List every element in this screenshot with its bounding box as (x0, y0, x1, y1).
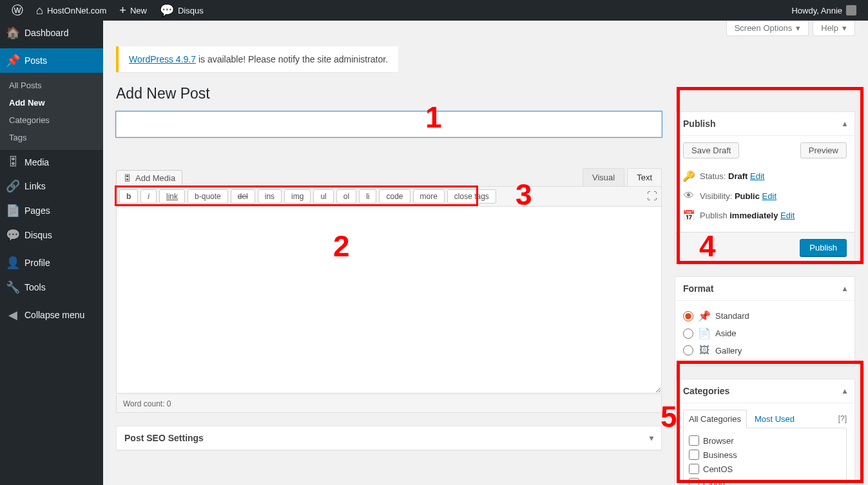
quicktags-toolbar: b i link b-quote del ins img ul ol li co… (116, 186, 662, 207)
schedule-row: 📅 Publish immediately Edit (683, 205, 847, 225)
edit-status-link[interactable]: Edit (750, 171, 764, 181)
submenu-categories[interactable]: Categories (0, 111, 103, 129)
menu-pages[interactable]: 📄Pages (0, 198, 103, 223)
disqus-link[interactable]: 💬Disqus (155, 0, 209, 21)
menu-profile[interactable]: 👤Profile (0, 251, 103, 275)
admin-bar: ⓦ ⌂HostOnNet.com +New 💬Disqus Howdy, Ann… (0, 0, 868, 21)
page-icon: 📄 (6, 204, 19, 218)
menu-posts[interactable]: 📌Posts (0, 48, 103, 73)
update-link[interactable]: WordPress 4.9.7 (129, 54, 196, 64)
qt-bquote[interactable]: b-quote (188, 189, 228, 204)
qt-img[interactable]: img (284, 189, 311, 204)
collapse-menu[interactable]: ◀Collapse menu (0, 303, 103, 327)
tools-icon: 🔧 (6, 280, 19, 294)
publish-box-header[interactable]: Publish▴ (675, 112, 854, 136)
site-name-link[interactable]: ⌂HostOnNet.com (31, 0, 111, 21)
update-nag: WordPress 4.9.7 is available! Please not… (116, 46, 398, 72)
publish-box: Publish▴ Save Draft Preview 🔑 Status: Dr… (675, 111, 855, 263)
chevron-down-icon: ▾ (842, 23, 847, 33)
title-wrap (116, 111, 662, 137)
chevron-up-icon[interactable]: ▴ (843, 119, 847, 128)
wp-logo[interactable]: ⓦ (6, 0, 28, 21)
fullscreen-icon[interactable]: ⛶ (647, 191, 657, 202)
qt-more[interactable]: more (413, 189, 445, 204)
qt-li[interactable]: li (359, 189, 376, 204)
my-account-link[interactable]: Howdy, Annie (786, 0, 862, 21)
page-title: Add New Post (116, 85, 855, 102)
screen-options-toggle[interactable]: Screen Options▾ (726, 21, 809, 36)
categories-box-header[interactable]: Categories▴ (675, 379, 854, 403)
qt-close-tags[interactable]: close tags (447, 189, 496, 204)
site-name-label: HostOnNet.com (47, 6, 106, 15)
format-box: Format▴ 📌Standard 📄Aside 🖼Gallery (675, 276, 855, 366)
visibility-row: 👁 Visibility: Public Edit (683, 186, 847, 205)
key-icon: 🔑 (683, 170, 695, 182)
plus-icon: + (119, 4, 126, 17)
wordpress-icon: ⓦ (12, 3, 23, 18)
qt-bold[interactable]: b (119, 189, 138, 204)
submenu-add-new[interactable]: Add New (0, 94, 103, 111)
tab-text[interactable]: Text (627, 168, 662, 186)
chevron-up-icon[interactable]: ▴ (843, 386, 847, 395)
tab-all-categories[interactable]: All Categories (683, 410, 747, 428)
tab-visual[interactable]: Visual (583, 168, 624, 186)
category-item[interactable]: Browser (689, 433, 841, 448)
post-title-input[interactable] (116, 111, 662, 137)
gallery-icon: 🖼 (699, 345, 710, 356)
category-item[interactable]: Business (689, 448, 841, 462)
help-toggle[interactable]: Help▾ (813, 21, 855, 36)
menu-media[interactable]: 🎛Media (0, 150, 103, 174)
submenu-tags[interactable]: Tags (0, 129, 103, 146)
comment-icon: 💬 (160, 3, 174, 17)
category-checklist[interactable]: Browser Business CentOS Cloud (683, 428, 847, 485)
media-icon: 🎛 (123, 173, 131, 183)
edit-schedule-link[interactable]: Edit (780, 211, 795, 220)
new-content-link[interactable]: +New (114, 0, 152, 21)
word-count-bar: Word count: 0 (116, 395, 662, 413)
menu-tools[interactable]: 🔧Tools (0, 275, 103, 300)
collapse-icon: ◀ (6, 308, 19, 322)
chevron-up-icon[interactable]: ▴ (843, 284, 847, 293)
save-draft-button[interactable]: Save Draft (683, 142, 739, 158)
tab-most-used[interactable]: Most Used (749, 410, 800, 428)
calendar-icon: 📅 (683, 209, 695, 222)
qt-link[interactable]: link (159, 189, 185, 204)
comment-icon: 💬 (6, 228, 19, 242)
pin-icon: 📌 (6, 53, 19, 68)
publish-button[interactable]: Publish (800, 239, 847, 256)
disqus-label: Disqus (178, 6, 204, 15)
categories-box: Categories▴ All Categories Most Used [?]… (675, 379, 855, 485)
menu-dashboard[interactable]: 🏠Dashboard (0, 21, 103, 45)
qt-del[interactable]: del (231, 189, 255, 204)
chevron-down-icon: ▾ (796, 23, 800, 33)
format-standard[interactable]: 📌Standard (683, 307, 847, 325)
pin-icon: 📌 (699, 310, 710, 322)
menu-disqus[interactable]: 💬Disqus (0, 223, 103, 247)
document-icon: 📄 (699, 327, 710, 339)
format-gallery[interactable]: 🖼Gallery (683, 342, 847, 359)
format-box-header[interactable]: Format▴ (675, 277, 854, 301)
submenu-all-posts[interactable]: All Posts (0, 77, 103, 94)
categories-help[interactable]: [?] (838, 414, 847, 423)
admin-sidebar: 🏠Dashboard 📌Posts All Posts Add New Cate… (0, 21, 103, 485)
category-item[interactable]: CentOS (689, 462, 841, 476)
category-item[interactable]: Cloud (689, 476, 841, 485)
format-aside[interactable]: 📄Aside (683, 325, 847, 342)
home-icon: ⌂ (36, 4, 43, 17)
add-media-button[interactable]: 🎛Add Media (116, 170, 182, 186)
edit-visibility-link[interactable]: Edit (762, 191, 776, 201)
user-icon: 👤 (6, 256, 19, 270)
qt-ins[interactable]: ins (258, 189, 282, 204)
chevron-down-icon[interactable]: ▾ (650, 433, 653, 442)
qt-ul[interactable]: ul (313, 189, 333, 204)
post-content-textarea[interactable] (116, 207, 662, 394)
howdy-label: Howdy, Annie (791, 6, 842, 15)
word-count-value: 0 (167, 399, 171, 408)
qt-code[interactable]: code (379, 189, 410, 204)
menu-links[interactable]: 🔗Links (0, 174, 103, 198)
qt-italic[interactable]: i (140, 189, 157, 204)
dashboard-icon: 🏠 (6, 26, 19, 40)
seo-box-header[interactable]: Post SEO Settings ▾ (117, 426, 661, 450)
preview-button[interactable]: Preview (800, 142, 847, 158)
qt-ol[interactable]: ol (336, 189, 356, 204)
